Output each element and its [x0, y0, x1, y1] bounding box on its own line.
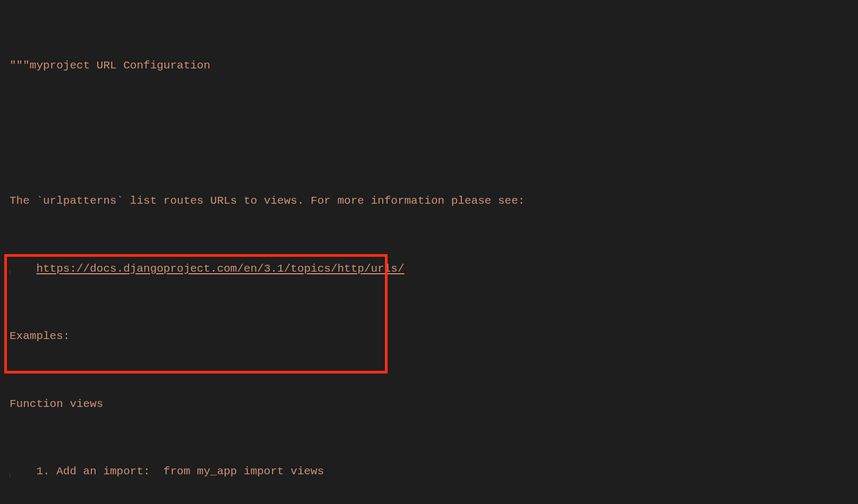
docstring-delimiter: """ — [10, 59, 30, 72]
code-line[interactable]: 1. Add an import: from my_app import vie… — [10, 463, 848, 480]
code-editor-viewport[interactable]: """myproject URL Configuration The `urlp… — [0, 0, 858, 504]
code-line[interactable] — [10, 125, 848, 142]
code-line[interactable]: The `urlpatterns` list routes URLs to vi… — [10, 193, 848, 210]
docstring-indent — [16, 263, 37, 275]
docstring-text: The `urlpatterns` list routes URLs to vi… — [10, 195, 525, 207]
code-line[interactable]: Function views — [10, 396, 848, 413]
docstring-text: 1. Add an import: from my_app import vie… — [16, 465, 324, 477]
docstring-text: Examples: — [10, 330, 70, 342]
code-line[interactable]: Examples: — [10, 328, 848, 345]
code-line[interactable]: """myproject URL Configuration — [10, 57, 848, 74]
docstring-text: Function views — [10, 398, 103, 410]
docstring-link[interactable]: https://docs.djangoproject.com/en/3.1/to… — [36, 263, 404, 275]
code-line[interactable]: https://docs.djangoproject.com/en/3.1/to… — [10, 260, 848, 277]
docstring-text: myproject URL Configuration — [30, 59, 210, 72]
